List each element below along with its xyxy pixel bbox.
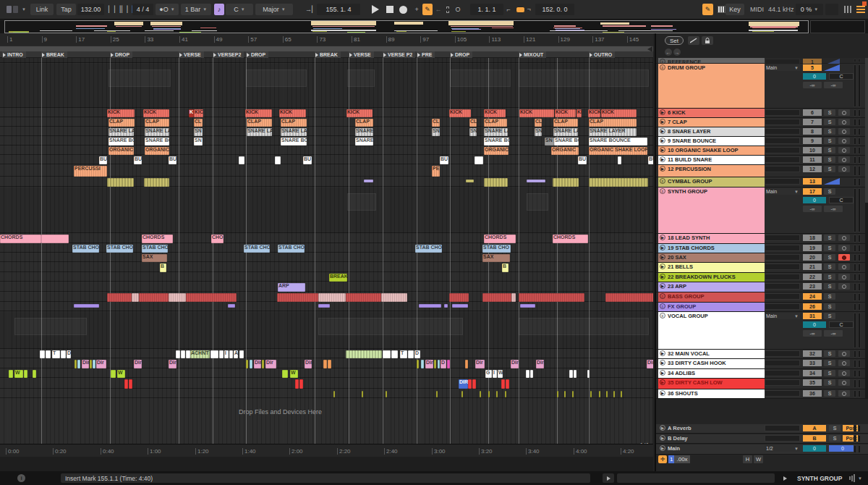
track-header-snare-bounce[interactable]: ▶9 SNARE BOUNCE9S	[656, 137, 868, 146]
track-header-drum-group[interactable]: ≡DRUM GROUPMain▼50C-∞-∞	[656, 64, 868, 109]
clip-Dir[interactable]: Dir	[169, 360, 176, 368]
add-marker-icon[interactable]: +	[412, 4, 421, 15]
track-name[interactable]: ▶7 CLAP	[658, 118, 765, 127]
clip-KICK[interactable]: KICK	[588, 109, 600, 117]
track-fold-icon[interactable]: ▶	[660, 283, 665, 289]
clip-adlibs[interactable]	[530, 370, 533, 378]
clip-W[interactable]: W	[290, 370, 298, 378]
arm-button[interactable]	[838, 245, 850, 251]
clip-STAB CHO[interactable]: STAB CHO	[72, 245, 99, 253]
draw-mode-icon[interactable]: ✎	[422, 4, 433, 15]
track-fold-icon[interactable]: ▶	[660, 128, 665, 134]
clip-STAB CHO[interactable]: STAB CHO	[106, 245, 133, 253]
clip-shouts[interactable]	[599, 391, 600, 397]
tempo-field[interactable]: 132.00	[77, 4, 104, 15]
clip-main-vocal[interactable]	[229, 350, 233, 358]
solo-button[interactable]: S	[824, 147, 835, 153]
clip-main-vocal[interactable]	[46, 350, 51, 358]
clip-shouts[interactable]	[606, 391, 608, 397]
clip-SNARE LA[interactable]: SNARE LA	[247, 128, 272, 136]
clip-KICK[interactable]: KICK	[519, 109, 554, 117]
track-io-box[interactable]	[765, 245, 800, 251]
clip-BU[interactable]: BU	[648, 156, 653, 164]
clip-ARP[interactable]: ARP	[278, 283, 305, 292]
track-io-box[interactable]	[765, 128, 800, 135]
loop-length-field[interactable]: 152. 0. 0	[535, 4, 574, 15]
pan-box[interactable]: 0	[803, 73, 826, 80]
arrangement-overview[interactable]	[0, 20, 868, 33]
clip-CL[interactable]: CL	[535, 119, 542, 127]
track-header-arp[interactable]: ▶23 ARP23S	[656, 282, 868, 292]
clip-hook[interactable]	[465, 360, 468, 368]
clip-SNARE LAYER[interactable]: SNARE LAYER	[589, 128, 637, 136]
clip-bass-group[interactable]	[519, 293, 584, 302]
clip-SN[interactable]: SN	[194, 128, 203, 136]
pan-box[interactable]: 0	[803, 321, 826, 328]
clip-adlibs[interactable]	[569, 370, 573, 378]
clip-build-snare[interactable]	[239, 156, 244, 164]
groove-pool-play-button[interactable]	[603, 473, 614, 483]
clip-CHORDS[interactable]: CHORDS	[142, 235, 173, 243]
clip-fx-group[interactable]	[452, 304, 468, 308]
clip-main-vocal[interactable]	[40, 350, 45, 358]
clip-B[interactable]: B	[502, 263, 509, 272]
clip-cash-low[interactable]	[129, 379, 132, 389]
clip-cash-low[interactable]	[299, 379, 303, 389]
locator-row[interactable]: INTROBREAKDROPVERSEVERSEP2DROPBREAKVERSE…	[0, 51, 653, 58]
track-header-lead-synth[interactable]: ▶18 LEAD SYNTH18S	[656, 234, 868, 244]
clip-cash-low[interactable]	[472, 379, 476, 389]
clip-PERCUSSI[interactable]: PERCUSSI	[74, 166, 107, 177]
gain-box[interactable]: -∞	[824, 330, 843, 337]
track-io-box[interactable]	[765, 147, 800, 153]
record-button[interactable]	[396, 4, 410, 15]
clip-CLAP[interactable]: CLAP	[355, 119, 373, 127]
clip-main-vocal[interactable]	[61, 350, 66, 358]
track-name[interactable]: ▶32 MAIN VOCAL	[658, 350, 765, 358]
clip-lead-synth[interactable]	[41, 235, 69, 243]
track-io-box[interactable]	[765, 283, 800, 290]
track-name[interactable]: ▶35 DIRTY CASH LOW	[658, 379, 765, 389]
clip-KICK[interactable]: KICK	[279, 109, 306, 117]
track-name[interactable]: ▶9 SNARE BOUNCE	[658, 137, 765, 146]
link-button[interactable]: Link	[30, 4, 54, 15]
clip-adlibs[interactable]	[282, 370, 288, 378]
clip-shouts[interactable]	[480, 391, 481, 397]
track-header-cymbal-group[interactable]: ≡CYMBAL GROUP13	[656, 177, 868, 187]
track-name[interactable]: ▶8 SNARE LAYER	[658, 127, 765, 136]
track-header-reference[interactable]: ≡REFERENCE1	[656, 58, 868, 64]
clip-shouts[interactable]	[333, 391, 335, 397]
track-name[interactable]: ≡SYNTH GROUP	[658, 187, 765, 233]
clip-ORGANIC[interactable]: ORGANIC	[484, 147, 509, 155]
locator-marker[interactable]: OUTRO	[589, 51, 615, 58]
track-io-box[interactable]	[765, 303, 800, 310]
return-track-name[interactable]: ▶A Reverb	[658, 424, 765, 433]
clip-T[interactable]: T	[400, 350, 407, 358]
clip-adlibs[interactable]	[33, 370, 36, 378]
clip-BREAK[interactable]: BREAK	[329, 274, 347, 282]
clip-CHORDS[interactable]: CHORDS	[553, 235, 588, 243]
track-name[interactable]: ▶20 SAX	[658, 253, 765, 262]
window-controls-icon[interactable]: ▼	[4, 4, 29, 15]
track-fold-icon[interactable]: ▶	[660, 147, 665, 153]
clip-cash-low[interactable]	[506, 379, 509, 389]
clip-fx-group[interactable]	[444, 304, 448, 308]
track-io-box[interactable]	[765, 390, 800, 397]
set-locator-button[interactable]: Set	[665, 36, 684, 45]
clip-bass-group[interactable]	[107, 293, 132, 302]
clip-SNARE[interactable]: SNARE	[355, 138, 373, 146]
locator-marker[interactable]: VERSE	[349, 51, 374, 58]
arrangement-row-reference[interactable]	[0, 58, 653, 63]
clip-KICK[interactable]: KICK	[555, 109, 576, 117]
track-io-box[interactable]	[765, 263, 800, 270]
clip-shouts[interactable]	[590, 391, 592, 397]
solo-button[interactable]: S	[824, 293, 835, 300]
track-fold-icon[interactable]: ▶	[660, 435, 665, 441]
track-name[interactable]: ≡DRUM GROUP	[658, 64, 765, 108]
group-fold-icon[interactable]: ≡	[660, 178, 665, 184]
solo-button[interactable]: S	[824, 274, 835, 280]
clip-bass-group[interactable]	[346, 293, 381, 302]
clip-W[interactable]: W	[117, 370, 125, 378]
clip-shouts[interactable]	[564, 391, 566, 397]
clip-K[interactable]: K	[189, 109, 194, 117]
solo-button[interactable]: S	[824, 263, 835, 270]
